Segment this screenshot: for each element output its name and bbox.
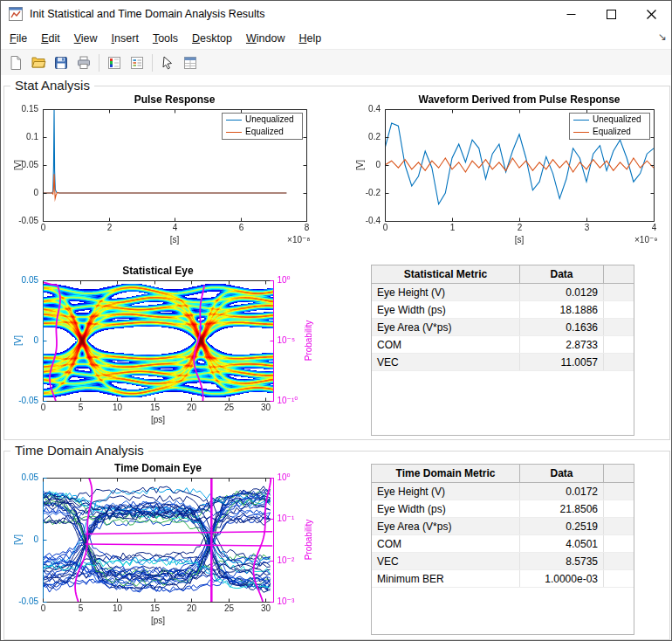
metric-name-cell: Eye Width (ps) [372,500,520,517]
table-row: Eye Width (ps)21.8506 [372,500,634,518]
save-figure-button[interactable] [50,52,72,73]
metric-value-cell: 1.0000e-03 [520,570,604,587]
time-panel-title: Time Domain Analysis [10,443,148,458]
metric-value-cell: 0.0172 [520,483,604,500]
minimize-icon [566,10,576,19]
menu-item-insert[interactable]: Insert [105,30,146,47]
metric-name-cell: Eye Area (V*ps) [372,518,520,534]
figure-window: Init Statistical and Time Domain Analysi… [0,0,672,641]
insert-legend-icon [129,55,145,71]
title-bar: Init Statistical and Time Domain Analysi… [1,1,671,27]
menu-item-window[interactable]: Window [239,30,291,47]
table-header-metric: Time Domain Metric [372,465,520,482]
table-row: VEC11.0057 [372,354,634,371]
metric-value-cell: 21.8506 [520,500,604,517]
time-domain-analysis-panel: Time Domain Analysis Time Domain MetricD… [3,451,670,640]
metric-value-cell: 8.5735 [520,553,604,569]
maximize-icon [607,10,616,19]
insert-colorbar-button[interactable] [103,52,126,73]
new-figure-button[interactable] [4,52,27,73]
table-row: Minimum BER1.0000e-03 [372,570,634,588]
table-header-metric: Statistical Metric [372,265,520,283]
print-figure-icon [76,55,92,71]
table-header-row: Statistical MetricData [372,265,634,284]
metric-value-cell: 0.1636 [520,319,604,335]
menu-item-edit[interactable]: Edit [34,30,67,47]
menu-item-desktop[interactable]: Desktop [185,30,239,47]
metric-name-cell: Eye Width (ps) [372,301,520,318]
insert-colorbar-icon [106,55,122,71]
property-inspector-icon [182,55,198,71]
metric-name-cell: Eye Height (V) [372,483,520,500]
table-header-data: Data [520,265,604,283]
menu-item-help[interactable]: Help [291,30,328,47]
toolbar [1,50,671,76]
toolbar-separator [152,54,153,72]
metric-name-cell: Minimum BER [372,570,520,587]
metric-name-cell: Eye Height (V) [372,284,520,300]
time-domain-eye-chart [8,460,315,637]
table-header-row: Time Domain MetricData [372,465,634,483]
figure-content: Stat Analysis Statistical MetricDataEye … [1,75,671,640]
toolbar-separator [99,54,99,72]
menu-item-view[interactable]: View [67,30,105,47]
stat-analysis-panel: Stat Analysis Statistical MetricDataEye … [3,86,670,440]
table-row: VEC8.5735 [372,553,634,570]
metric-value-cell: 11.0057 [520,354,604,370]
edit-plot-button[interactable] [156,52,179,73]
edit-plot-icon [160,55,175,71]
table-row: Eye Area (V*ps)0.1636 [372,319,634,336]
metric-name-cell: Eye Area (V*ps) [372,319,520,335]
maximize-button[interactable] [591,1,631,27]
table-row: COM2.8733 [372,336,634,354]
metric-value-cell: 0.0129 [520,284,604,300]
table-row: Eye Height (V)0.0172 [372,483,634,500]
menu-item-file[interactable]: File [3,30,34,47]
metric-name-cell: COM [372,336,520,353]
table-row: Eye Area (V*ps)0.2519 [372,518,634,535]
metric-name-cell: VEC [372,553,520,569]
statistical-eye-chart [8,263,315,436]
print-figure-button[interactable] [72,52,95,73]
menu-item-tools[interactable]: Tools [146,30,185,47]
table-header-data: Data [520,465,604,482]
table-row: Eye Width (ps)18.1886 [372,301,634,319]
metric-value-cell: 18.1886 [520,301,604,318]
window-controls [551,1,671,27]
metric-value-cell: 2.8733 [520,336,604,353]
waveform-chart [350,92,664,259]
stat-panel-title: Stat Analysis [10,78,94,93]
dock-figure-icon[interactable]: ↘ [658,31,667,43]
metric-value-cell: 4.0501 [520,535,604,552]
table-row: COM4.0501 [372,535,634,553]
minimize-button[interactable] [551,1,591,27]
time-domain-metrics-table: Time Domain MetricDataEye Height (V)0.01… [371,464,634,635]
open-file-icon [31,55,46,71]
metric-value-cell: 0.2519 [520,518,604,534]
pulse-response-chart [8,92,315,259]
save-figure-icon [53,55,69,71]
table-row: Eye Height (V)0.0129 [372,284,634,301]
close-button[interactable] [631,1,671,27]
insert-legend-button[interactable] [126,52,148,73]
close-icon [647,10,656,19]
property-inspector-button[interactable] [179,52,202,73]
open-file-button[interactable] [27,52,50,73]
new-figure-icon [8,55,24,71]
menu-bar: FileEditViewInsertToolsDesktopWindowHelp… [1,27,671,50]
figure-icon [9,7,23,21]
window-title: Init Statistical and Time Domain Analysi… [30,8,265,20]
statistical-metrics-table: Statistical MetricDataEye Height (V)0.01… [371,265,634,436]
metric-name-cell: VEC [372,354,520,370]
metric-name-cell: COM [372,535,520,552]
